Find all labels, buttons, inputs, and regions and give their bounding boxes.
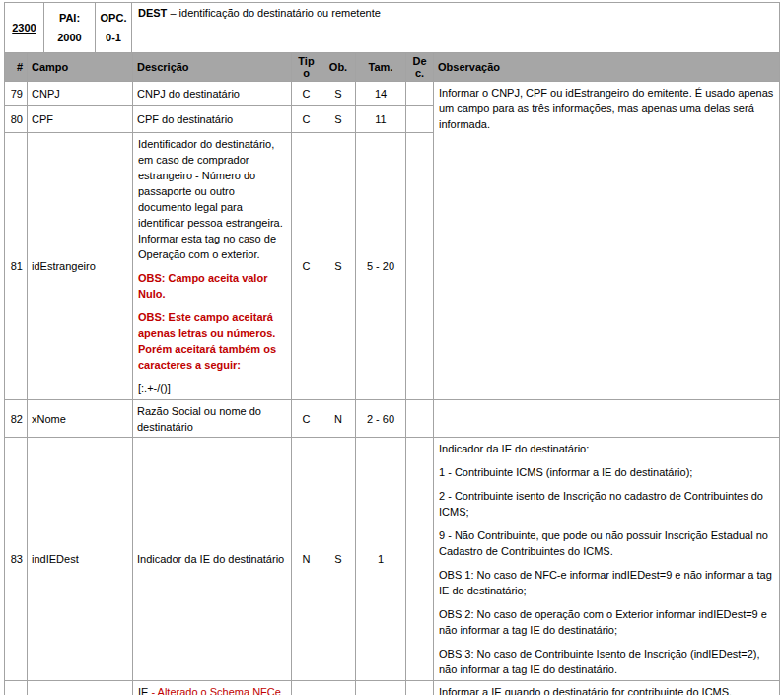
fields-table: # Campo Descrição Tipo Ob. Tam. Dec. Obs…: [4, 52, 780, 695]
field-num: 81: [5, 133, 28, 400]
field-campo: IE: [28, 681, 133, 695]
field-tam: 11: [356, 106, 406, 133]
field-dec: [406, 82, 434, 106]
col-header-num: #: [5, 53, 28, 82]
field-tam: 2 - 60: [356, 400, 406, 438]
observacao-obs-3: OBS 3: No caso de Contribuinte Isento de…: [439, 646, 774, 677]
field-num: 82: [5, 400, 28, 438]
field-observacao: Informar a IE quando o destinatário for …: [434, 681, 780, 695]
field-ob: S: [321, 438, 356, 681]
field-tipo: N: [292, 438, 321, 681]
field-dec: [406, 681, 434, 695]
field-num: 83: [5, 438, 28, 681]
table-header-row: # Campo Descrição Tipo Ob. Tam. Dec. Obs…: [5, 53, 780, 82]
observacao-obs-2: OBS 2: No caso de operação com o Exterio…: [439, 606, 774, 638]
group-id: 2300: [12, 22, 36, 34]
descricao-change-note: - Alterado o Schema NFCe compatibilizand…: [138, 686, 282, 695]
document-page: 2300 PAI: 2000 OPC. 0-1 DEST – identific…: [0, 0, 780, 695]
field-tipo: C: [292, 681, 321, 695]
field-observacao: Indicador da IE do destinatário: 1 - Con…: [434, 438, 780, 681]
field-descricao: Razão Social ou nome do destinatário: [133, 400, 292, 438]
pai-label: PAI:: [47, 8, 92, 28]
field-campo: indIEDest: [28, 438, 133, 681]
pai-cell: PAI: 2000: [44, 3, 96, 53]
field-ob: S: [321, 82, 356, 106]
opc-label: OPC.: [99, 8, 128, 28]
field-dec: [406, 438, 434, 681]
col-header-dec: Dec.: [406, 53, 434, 82]
field-num: 79: [5, 82, 28, 106]
observacao-text: Informar o CNPJ, CPF ou idEstrangeiro do…: [439, 85, 774, 132]
field-ob: N: [321, 681, 356, 695]
field-campo: idEstrangeiro: [28, 133, 133, 400]
descricao-prefix: IE: [138, 686, 151, 695]
col-header-observacao: Observação: [434, 53, 780, 82]
descricao-obs-note: OBS: Este campo aceitará apenas letras o…: [138, 310, 286, 373]
field-tam: 5 - 20: [356, 133, 406, 400]
table-row: 79 CNPJ CNPJ do destinatário C S 14 Info…: [5, 82, 780, 106]
group-title-prefix: DEST: [138, 7, 167, 19]
field-dec: [406, 133, 434, 400]
table-row: 83 indIEDest Indicador da IE do destinat…: [5, 438, 780, 681]
field-observacao: [434, 400, 780, 438]
descricao-text: Identificador do destinatário, em caso d…: [138, 136, 286, 262]
opc-value: 0-1: [99, 28, 128, 47]
pai-value: 2000: [47, 28, 92, 47]
opc-cell: OPC. 0-1: [96, 3, 132, 53]
field-campo: CPF: [28, 106, 133, 133]
observacao-option-1: 1 - Contribuinte ICMS (informar a IE do …: [439, 464, 774, 480]
group-id-cell: 2300: [5, 3, 44, 53]
field-descricao: Identificador do destinatário, em caso d…: [133, 133, 292, 400]
field-tipo: C: [292, 400, 321, 438]
field-campo: xNome: [28, 400, 133, 438]
field-tipo: C: [292, 106, 321, 133]
field-tipo: C: [292, 133, 321, 400]
field-descricao: CPF do destinatário: [133, 106, 292, 133]
group-title-cell: DEST – identificação do destinatário ou …: [132, 3, 780, 53]
group-header-row: 2300 PAI: 2000 OPC. 0-1 DEST – identific…: [5, 3, 780, 53]
col-header-descricao: Descrição: [133, 53, 292, 82]
field-campo: CNPJ: [28, 82, 133, 106]
descricao-allowed-chars: [:.+-/()]: [138, 381, 286, 396]
field-dec: [406, 400, 434, 438]
field-tam: 1: [356, 438, 406, 681]
field-dec: [406, 106, 434, 133]
table-row: 84 IE IE - Alterado o Schema NFCe compat…: [5, 681, 780, 695]
field-ob: N: [321, 400, 356, 438]
field-observacao-merged: Informar o CNPJ, CPF ou idEstrangeiro do…: [434, 82, 780, 400]
field-ob: S: [321, 133, 356, 400]
descricao-obs-note: OBS: Campo aceita valor Nulo.: [138, 270, 286, 302]
observacao-text: Indicador da IE do destinatário:: [439, 441, 774, 456]
observacao-text: Informar a IE quando o destinatário for …: [439, 684, 774, 695]
col-header-ob: Ob.: [321, 53, 356, 82]
field-descricao: Indicador da IE do destinatário: [133, 438, 292, 681]
observacao-option-2: 2 - Contribuinte isento de Inscrição no …: [439, 488, 774, 520]
field-ob: S: [321, 106, 356, 133]
field-tam: 2 - 14: [356, 681, 406, 695]
field-descricao: IE - Alterado o Schema NFCe compatibiliz…: [133, 681, 292, 695]
table-row: 82 xNome Razão Social ou nome do destina…: [5, 400, 780, 438]
col-header-tipo: Tipo: [292, 53, 321, 82]
observacao-option-9: 9 - Não Contribuinte, que pode ou não po…: [439, 527, 774, 559]
field-descricao: CNPJ do destinatário: [133, 82, 292, 106]
field-tipo: C: [292, 82, 321, 106]
col-header-tam: Tam.: [356, 53, 406, 82]
col-header-campo: Campo: [28, 53, 133, 82]
group-header-table: 2300 PAI: 2000 OPC. 0-1 DEST – identific…: [4, 2, 780, 53]
field-num: 84: [5, 681, 28, 695]
group-title-text: – identificação do destinatário ou remet…: [167, 7, 380, 19]
field-num: 80: [5, 106, 28, 133]
field-tam: 14: [356, 82, 406, 106]
descricao-text: IE - Alterado o Schema NFCe compatibiliz…: [138, 684, 286, 695]
observacao-obs-1: OBS 1: No caso de NFC-e informar indIEDe…: [439, 567, 774, 598]
